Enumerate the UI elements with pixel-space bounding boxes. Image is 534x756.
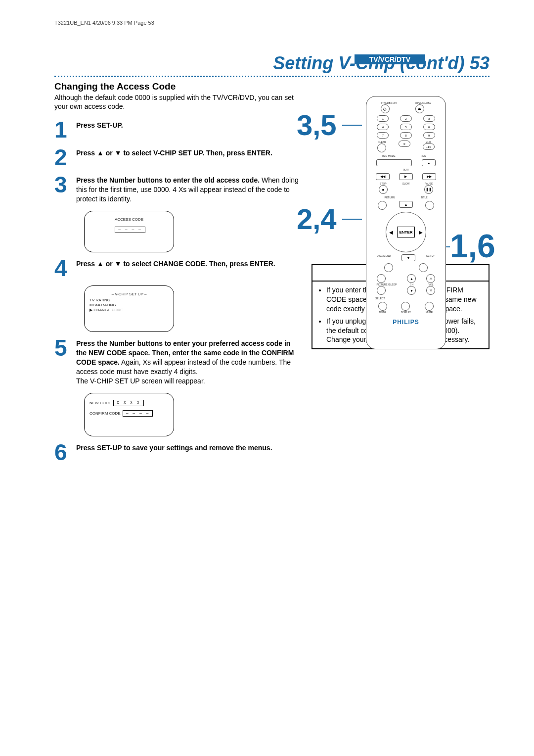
remote-label-clear: CLEAR bbox=[377, 141, 386, 143]
step-number: 4 bbox=[54, 258, 76, 279]
remote-label-ch: CH bbox=[407, 283, 416, 286]
step-row: 2 Press ▲ or ▼ to select V-CHIP SET UP. … bbox=[54, 147, 302, 168]
remote-label-mode: MODE bbox=[378, 311, 387, 314]
step-number: 1 bbox=[54, 120, 76, 140]
step-bold: Press ▲ or ▼ to select V-CHIP SET UP. Th… bbox=[76, 149, 272, 157]
pause-button[interactable]: ❚❚ bbox=[424, 185, 433, 194]
rec-button[interactable]: ● bbox=[422, 159, 436, 166]
mute-button[interactable] bbox=[425, 302, 434, 311]
osd-title: – V-CHIP SET UP – bbox=[89, 292, 169, 296]
remote-label-title: TITLE bbox=[421, 196, 428, 199]
remote-label-setup: SET-UP bbox=[426, 254, 435, 261]
remote-label-picture: PICTURE /SLEEP bbox=[377, 283, 397, 286]
num-6-button[interactable]: 6 bbox=[423, 124, 435, 130]
remote-label-select: SELECT bbox=[375, 297, 445, 300]
osd-menu-item: TV RATING bbox=[89, 298, 169, 302]
divider-dots bbox=[54, 76, 490, 77]
intro-text: Although the default code 0000 is suppli… bbox=[54, 93, 302, 111]
step-row: 6 Press SET-UP to save your settings and… bbox=[54, 442, 302, 463]
num-0-button[interactable]: 0 bbox=[399, 141, 410, 147]
remote-control: STANDBY-ON⏻ OPEN/CLOSE⏏ 123 456 789 CLEA… bbox=[366, 96, 446, 349]
remote-label-slow: SLOW bbox=[402, 182, 410, 185]
step-number: 2 bbox=[54, 147, 76, 168]
remote-label-vol: VOL bbox=[426, 283, 435, 286]
step-bold: Press the Number buttons to enter the ol… bbox=[76, 176, 260, 184]
disc-menu-button[interactable] bbox=[384, 263, 393, 272]
num-5-button[interactable]: 5 bbox=[400, 124, 412, 130]
dpad-down-button[interactable]: ▼ bbox=[401, 254, 415, 261]
num-7-button[interactable]: 7 bbox=[377, 132, 389, 139]
osd-label: CONFIRM CODE– – – – bbox=[89, 410, 169, 417]
dpad-up-button[interactable]: ▲ bbox=[399, 201, 413, 208]
num-9-button[interactable]: 9 bbox=[423, 132, 435, 139]
remote-label-play: PLAY bbox=[366, 168, 445, 171]
remote-label-plus100: +100 bbox=[423, 141, 435, 143]
osd-menu-item: MPAA RATING bbox=[89, 303, 169, 307]
remote-label-recmode: REC MODE bbox=[371, 154, 406, 157]
osd-screen-vchip-setup: – V-CHIP SET UP – TV RATING MPAA RATING … bbox=[84, 285, 174, 332]
forward-button[interactable]: ▶▶ bbox=[422, 173, 436, 180]
enter-button[interactable]: ENTER bbox=[397, 227, 415, 237]
rewind-button[interactable]: ◀◀ bbox=[376, 173, 390, 180]
num-2-button[interactable]: 2 bbox=[400, 115, 412, 122]
osd-value: – – – – bbox=[123, 410, 153, 417]
step-number: 5 bbox=[54, 338, 76, 385]
remote-label-display: DISPLAY bbox=[401, 311, 411, 314]
section-tag: TV/VCR/DTV bbox=[355, 54, 425, 64]
rec-mode-button[interactable] bbox=[376, 159, 412, 166]
osd-code-value: – – – – bbox=[89, 227, 169, 233]
step-number: 6 bbox=[54, 442, 76, 463]
vol-up-button[interactable]: △ bbox=[426, 274, 435, 283]
setup-button[interactable] bbox=[419, 263, 428, 272]
ch-up-button[interactable]: ▲ bbox=[407, 274, 416, 283]
play-button[interactable]: ▶ bbox=[399, 173, 413, 180]
osd-title: ACCESS CODE bbox=[89, 217, 169, 222]
remote-label-standby: STANDBY-ON bbox=[381, 101, 397, 104]
standby-button[interactable]: ⏻ bbox=[381, 104, 390, 113]
step-number: 3 bbox=[54, 175, 76, 204]
dpad-right-button[interactable]: ▶ bbox=[419, 230, 423, 235]
num-1-button[interactable]: 1 bbox=[377, 115, 389, 122]
sleep-button[interactable] bbox=[377, 286, 386, 295]
remote-label-openclose: OPEN/CLOSE bbox=[415, 101, 432, 104]
plus10-button[interactable]: +10 bbox=[423, 143, 435, 150]
step-bold: Press SET-UP. bbox=[76, 121, 123, 129]
num-3-button[interactable]: 3 bbox=[423, 115, 435, 122]
ch-down-button[interactable]: ▼ bbox=[407, 286, 416, 295]
mode-button[interactable] bbox=[378, 302, 387, 311]
display-button[interactable] bbox=[401, 302, 410, 311]
step-bold: Press ▲ or ▼ to select CHANGE CODE. Then… bbox=[76, 260, 275, 268]
step-row: 5 Press the Number buttons to enter your… bbox=[54, 338, 302, 385]
remote-label-return: RETURN bbox=[384, 196, 395, 199]
picture-button[interactable] bbox=[377, 274, 386, 283]
step-row: 1 Press SET-UP. bbox=[54, 120, 302, 140]
open-close-button[interactable]: ⏏ bbox=[415, 104, 424, 113]
num-4-button[interactable]: 4 bbox=[377, 124, 389, 130]
dpad: ◀ ENTER ▶ bbox=[386, 212, 426, 252]
osd-screen-access-code: ACCESS CODE – – – – bbox=[84, 211, 174, 252]
title-button[interactable] bbox=[425, 201, 434, 210]
return-button[interactable] bbox=[378, 201, 387, 210]
clear-button[interactable] bbox=[377, 143, 386, 152]
osd-screen-new-code: NEW CODEX X X X CONFIRM CODE– – – – bbox=[84, 393, 174, 436]
callout-35: 3,5 bbox=[297, 111, 337, 140]
callout-24: 2,4 bbox=[297, 205, 337, 234]
remote-label-stop: STOP bbox=[379, 182, 388, 185]
remote-label-mute: MUTE bbox=[425, 311, 434, 314]
page-number: 53 bbox=[470, 53, 490, 73]
print-header: T3221UB_EN1 4/20/06 9:33 PM Page 53 bbox=[54, 20, 490, 26]
vol-down-button[interactable]: ▽ bbox=[426, 286, 435, 295]
step-row: 4 Press ▲ or ▼ to select CHANGE CODE. Th… bbox=[54, 258, 302, 279]
step-bold: Press SET-UP to save your settings and r… bbox=[76, 444, 272, 452]
osd-label: NEW CODEX X X X bbox=[89, 400, 169, 406]
osd-menu-item: ▶ CHANGE CODE bbox=[89, 308, 169, 312]
stop-button[interactable]: ■ bbox=[379, 185, 388, 194]
remote-label-pause: PAUSE bbox=[424, 182, 433, 185]
brand-logo: PHILIPS bbox=[366, 319, 445, 326]
section-subtitle: Changing the Access Code bbox=[54, 81, 302, 92]
callout-16: 1,6 bbox=[450, 230, 495, 262]
dpad-left-button[interactable]: ◀ bbox=[389, 230, 393, 235]
osd-value: X X X X bbox=[113, 400, 144, 406]
num-8-button[interactable]: 8 bbox=[400, 132, 412, 139]
remote-label-discmenu: DISC MENU bbox=[377, 254, 391, 261]
